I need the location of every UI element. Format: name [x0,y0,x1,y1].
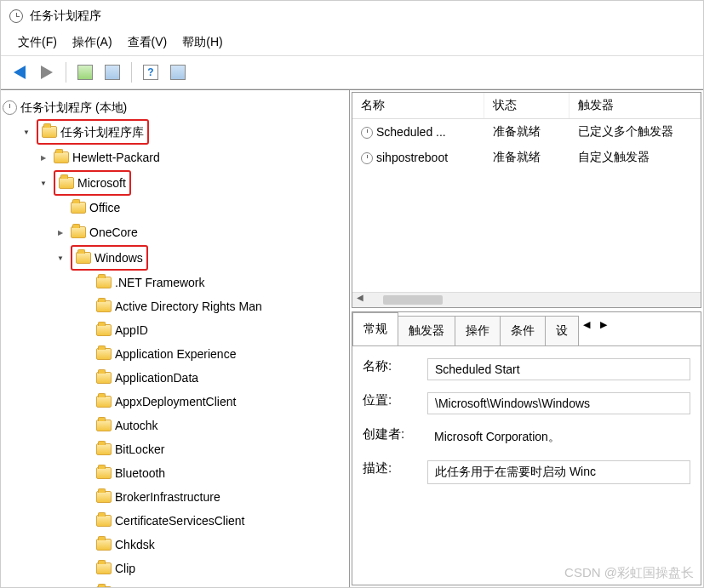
expand-icon[interactable] [37,171,50,195]
desc-label: 描述: [363,460,427,477]
folder-icon [96,467,112,479]
titlebar: 任务计划程序 [1,1,703,31]
menu-help[interactable]: 帮助(H) [182,35,222,50]
folder-icon [96,586,112,587]
folder-icon [96,515,112,527]
expand-icon[interactable] [37,146,50,169]
task-details: 常规 触发器 操作 条件 设 ◀ ▶ 名称: Scheduled Start 位… [352,311,701,585]
highlight: Microsoft [54,170,131,196]
location-label: 位置: [363,392,427,408]
expand-icon[interactable] [54,220,67,244]
forward-button[interactable] [35,60,59,84]
field-creator: 创建者: Microsoft Corporation。 [363,426,690,448]
separator [131,62,132,83]
tree-item[interactable]: .NET Framework [96,271,347,294]
tree-item[interactable]: AppID [96,318,347,342]
back-button[interactable] [8,60,31,84]
task-row[interactable]: sihpostreboot 准备就绪 自定义触发器 [352,145,701,170]
menu-view[interactable]: 查看(V) [128,35,168,50]
detail-body: 名称: Scheduled Start 位置: \Microsoft\Windo… [352,346,701,585]
tab-scroll-right[interactable]: ▶ [595,312,612,345]
task-row[interactable]: Scheduled ... 准备就绪 已定义多个触发器 [352,119,701,145]
help-button[interactable]: ? [139,60,163,84]
tree-root[interactable]: 任务计划程序 (本地) [3,95,347,119]
properties-button[interactable] [100,60,124,84]
folder-icon [96,539,112,551]
tabs: 常规 触发器 操作 条件 设 ◀ ▶ [352,312,701,346]
creator-value: Microsoft Corporation。 [427,426,690,448]
tree-item[interactable]: Bluetooth [96,461,347,485]
tree-library[interactable]: 任务计划程序库 [20,119,347,145]
tab-scroll-left[interactable]: ◀ [578,312,595,345]
main-content: 任务计划程序 (本地) 任务计划程序库 Hewlett-Packard Micr… [1,89,703,587]
window-title: 任务计划程序 [30,9,101,24]
arrow-left-icon [14,66,26,79]
folder-icon [96,562,112,574]
app-icon [9,9,23,23]
list-body: Scheduled ... 准备就绪 已定义多个触发器 sihpostreboo… [352,119,701,292]
tree-item[interactable]: CertificateServicesClient [96,509,347,533]
toolbar: ? [1,55,703,89]
horizontal-scrollbar[interactable]: ◀ [352,292,701,307]
clock-icon [3,100,17,115]
arrow-right-icon [41,66,53,79]
tree-windows[interactable]: Windows [54,245,347,271]
highlight: Windows [71,245,148,271]
separator [66,62,66,83]
tree-item[interactable]: Chkdsk [96,533,347,557]
expand-icon[interactable] [20,120,33,144]
tab-actions[interactable]: 操作 [455,316,501,345]
name-value[interactable]: Scheduled Start [427,358,690,380]
up-button[interactable] [73,60,97,84]
tree-hp[interactable]: Hewlett-Packard [37,145,347,170]
scrollbar-thumb[interactable] [383,295,443,305]
col-status[interactable]: 状态 [484,93,569,118]
expand-icon[interactable] [54,246,67,270]
tree-item[interactable]: BitLocker [96,437,347,461]
tab-conditions[interactable]: 条件 [500,316,546,345]
folder-icon [71,226,86,238]
field-description: 描述: 此任务用于在需要时启动 Winc [363,460,690,484]
folder-icon [71,202,86,214]
folder-icon [96,491,112,503]
tree-office[interactable]: Office [54,196,347,220]
tree-pane[interactable]: 任务计划程序 (本地) 任务计划程序库 Hewlett-Packard Micr… [1,90,350,587]
properties-icon [105,65,120,80]
tree-item[interactable]: Active Directory Rights Man [96,294,347,318]
tree-item[interactable]: Application Experience [96,342,347,366]
field-name: 名称: Scheduled Start [363,358,690,380]
tab-general[interactable]: 常规 [352,312,398,345]
tab-settings[interactable]: 设 [545,316,579,345]
tree: 任务计划程序 (本地) 任务计划程序库 Hewlett-Packard Micr… [3,95,347,587]
tree-item[interactable]: Autochk [96,414,347,437]
folder-icon [54,151,69,163]
folder-icon [59,177,74,189]
help-icon: ? [143,65,158,80]
tree-item[interactable]: CloudExperienceHost [96,580,347,587]
name-label: 名称: [363,358,427,374]
task-icon [361,127,373,139]
menu-action[interactable]: 操作(A) [72,35,112,50]
tab-triggers[interactable]: 触发器 [398,316,455,345]
pane-icon [170,65,186,80]
tree-item[interactable]: ApplicationData [96,366,347,390]
col-trigger[interactable]: 触发器 [569,93,701,118]
col-name[interactable]: 名称 [352,93,484,118]
folder-icon [96,396,112,408]
folder-up-icon [77,65,93,80]
tree-item[interactable]: BrokerInfrastructure [96,485,347,509]
right-pane: 名称 状态 触发器 Scheduled ... 准备就绪 已定义多个触发器 si… [350,90,703,587]
tree-onecore[interactable]: OneCore [54,220,347,245]
menu-file[interactable]: 文件(F) [18,35,57,50]
field-location: 位置: \Microsoft\Windows\Windows [363,392,690,414]
tree-item[interactable]: Clip [96,557,347,580]
folder-icon [96,277,112,288]
folder-icon [96,372,112,384]
desc-value[interactable]: 此任务用于在需要时启动 Winc [427,460,690,484]
tree-microsoft[interactable]: Microsoft [37,170,347,196]
pane-button[interactable] [166,60,190,84]
folder-icon [76,252,91,264]
tree-item[interactable]: AppxDeploymentClient [96,390,347,414]
folder-icon [96,324,112,336]
location-value[interactable]: \Microsoft\Windows\Windows [427,392,690,414]
